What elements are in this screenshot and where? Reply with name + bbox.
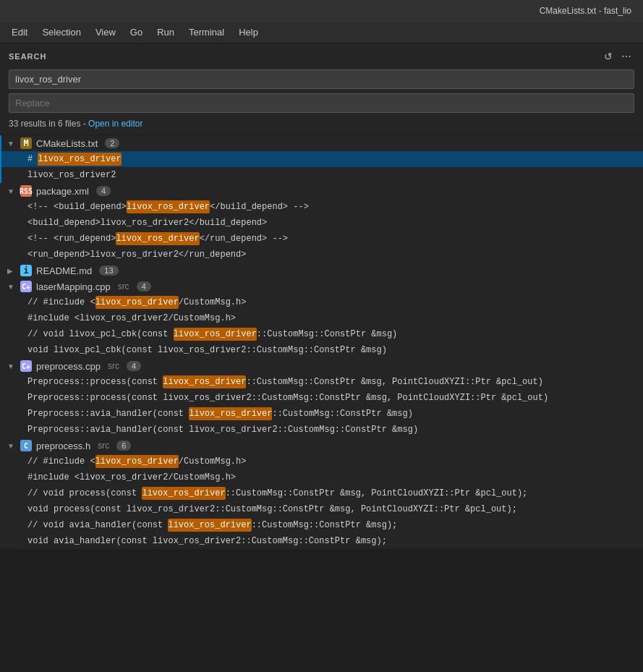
result-count-preprocess-h: 6 <box>116 441 131 451</box>
file-header-preprocess-cpp[interactable]: ▼C+preprocess.cppsrc4 <box>1 358 643 374</box>
file-path-lasermapping: src <box>118 281 129 292</box>
search-header: SEARCH ↺ ⋯ <box>9 49 634 64</box>
open-in-editor-link[interactable]: Open in editor <box>88 119 142 129</box>
result-count-package: 4 <box>96 186 111 196</box>
match-row[interactable]: // #include <livox_ros_driver/CustomMsg.… <box>1 294 643 310</box>
chevron-lasermapping: ▼ <box>7 283 16 291</box>
chevron-package: ▼ <box>7 187 16 195</box>
match-row[interactable]: <!-- <build_depend>livox_ros_driver</bui… <box>1 199 643 215</box>
file-header-cmake[interactable]: ▼MCMakeLists.txt2 <box>1 135 643 151</box>
match-text: livox_ros_driver2 <box>27 169 116 182</box>
file-group-lasermapping: ▼C+laserMapping.cppsrc4// #include <livo… <box>0 278 643 358</box>
title-bar: CMakeLists.txt - fast_lio <box>0 0 643 22</box>
match-row[interactable]: #include <livox_ros_driver2/CustomMsg.h> <box>1 469 643 485</box>
match-row[interactable]: // void livox_pcl_cbk(const livox_ros_dr… <box>1 326 643 342</box>
chevron-preprocess-cpp: ▼ <box>7 362 16 370</box>
more-options-button[interactable]: ⋯ <box>618 49 634 64</box>
match-text: ::CustomMsg::ConstPtr &msg, PointCloudXY… <box>246 375 542 388</box>
match-text: Preprocess::process(const <box>27 375 163 388</box>
match-text: </run_depend> --> <box>200 232 288 245</box>
search-panel: SEARCH ↺ ⋯ 33 results in 6 files - Open … <box>0 43 643 135</box>
match-text: #include <livox_ros_driver2/CustomMsg.h> <box>27 471 236 484</box>
refresh-results-button[interactable]: ↺ <box>601 49 616 64</box>
menu-view[interactable]: View <box>90 24 122 41</box>
match-highlight: livox_ros_driver <box>142 487 225 500</box>
match-row[interactable]: #include <livox_ros_driver2/CustomMsg.h> <box>1 310 643 326</box>
match-row[interactable]: void avia_handler(const livox_ros_driver… <box>1 533 643 549</box>
file-name-cmake: CMakeLists.txt <box>36 138 98 149</box>
match-row[interactable]: <build_depend>livox_ros_driver2</build_d… <box>1 215 643 231</box>
file-header-readme[interactable]: ▶iREADME.md13 <box>1 263 643 278</box>
match-highlight: livox_ros_driver <box>189 407 272 420</box>
chevron-readme: ▶ <box>7 267 16 275</box>
results-info: 33 results in 6 files - Open in editor <box>9 119 634 129</box>
match-row[interactable]: // #include <livox_ros_driver/CustomMsg.… <box>1 454 643 469</box>
match-text: <!-- <build_depend> <box>27 200 127 213</box>
match-highlight: livox_ros_driver <box>95 455 179 468</box>
menu-terminal[interactable]: Terminal <box>183 24 230 41</box>
match-text: ::CustomMsg::ConstPtr &msg) <box>272 407 412 420</box>
match-highlight: livox_ros_driver <box>116 232 199 245</box>
match-row[interactable]: // void avia_handler(const livox_ros_dri… <box>1 517 643 533</box>
match-text: // void livox_pcl_cbk(const <box>27 328 174 341</box>
file-icon-lasermapping: C+ <box>20 281 32 292</box>
replace-input[interactable] <box>9 93 634 113</box>
match-text: # <box>27 153 38 166</box>
match-highlight: livox_ros_driver <box>127 200 210 213</box>
search-input[interactable] <box>9 69 634 89</box>
match-text: <run_depend>livox_ros_driver2</run_depen… <box>27 248 246 261</box>
match-row[interactable]: Preprocess::avia_handler(const livox_ros… <box>1 422 643 438</box>
match-text: </build_depend> --> <box>210 200 309 213</box>
match-text: ::CustomMsg::ConstPtr &msg, PointCloudXY… <box>226 487 528 500</box>
match-row[interactable]: void livox_pcl_cbk(const livox_ros_drive… <box>1 342 643 358</box>
match-text: // #include < <box>27 455 95 468</box>
menu-edit[interactable]: Edit <box>6 24 33 41</box>
file-icon-preprocess-cpp: C+ <box>20 360 32 372</box>
file-header-lasermapping[interactable]: ▼C+laserMapping.cppsrc4 <box>1 278 643 294</box>
file-path-preprocess-h: src <box>98 441 109 451</box>
file-header-preprocess-h[interactable]: ▼Cpreprocess.hsrc6 <box>1 438 643 454</box>
match-text: void process(const livox_ros_driver2::Cu… <box>27 503 517 516</box>
match-highlight: livox_ros_driver <box>163 375 246 388</box>
match-row[interactable]: <run_depend>livox_ros_driver2</run_depen… <box>1 247 643 263</box>
match-row[interactable]: Preprocess::avia_handler(const livox_ros… <box>1 406 643 422</box>
match-text: ::CustomMsg::ConstPtr &msg) <box>257 328 397 341</box>
match-row[interactable]: Preprocess::process(const livox_ros_driv… <box>1 374 643 390</box>
search-actions: ↺ ⋯ <box>601 49 634 64</box>
menu-selection[interactable]: Selection <box>36 24 86 41</box>
search-input-container <box>9 69 634 89</box>
match-row[interactable]: livox_ros_driver2 <box>1 167 643 183</box>
match-row[interactable]: <!-- <run_depend>livox_ros_driver</run_d… <box>1 231 643 247</box>
file-group-package: ▼RSSpackage.xml4<!-- <build_depend>livox… <box>0 183 643 263</box>
file-path-preprocess-cpp: src <box>108 361 119 371</box>
match-text: <build_depend>livox_ros_driver2</build_d… <box>27 216 267 229</box>
menu-bar: Edit Selection View Go Run Terminal Help <box>0 22 643 43</box>
menu-help[interactable]: Help <box>233 24 264 41</box>
replace-input-container <box>9 93 634 113</box>
match-text: #include <livox_ros_driver2/CustomMsg.h> <box>27 312 236 325</box>
match-text: /CustomMsg.h> <box>179 455 247 468</box>
file-header-package[interactable]: ▼RSSpackage.xml4 <box>1 183 643 199</box>
chevron-preprocess-h: ▼ <box>7 442 16 450</box>
file-name-package: package.xml <box>36 186 89 197</box>
match-text: Preprocess::avia_handler(const <box>27 407 189 420</box>
result-count-preprocess-cpp: 4 <box>127 361 141 371</box>
file-icon-preprocess-h: C <box>20 440 32 451</box>
file-name-preprocess-h: preprocess.h <box>36 441 90 451</box>
results-count: 33 results in 6 files - <box>9 119 88 129</box>
match-highlight: livox_ros_driver <box>95 296 179 309</box>
menu-run[interactable]: Run <box>151 24 180 41</box>
file-icon-cmake: M <box>20 137 32 149</box>
match-row[interactable]: Preprocess::process(const livox_ros_driv… <box>1 390 643 406</box>
match-row[interactable]: void process(const livox_ros_driver2::Cu… <box>1 501 643 517</box>
match-row[interactable]: # livox_ros_driver <box>1 151 643 167</box>
file-group-preprocess-cpp: ▼C+preprocess.cppsrc4Preprocess::process… <box>0 358 643 438</box>
file-group-readme: ▶iREADME.md13 <box>0 263 643 278</box>
match-text: /CustomMsg.h> <box>179 296 247 309</box>
chevron-cmake: ▼ <box>7 140 16 148</box>
match-text: void avia_handler(const livox_ros_driver… <box>27 535 387 548</box>
match-text: Preprocess::avia_handler(const livox_ros… <box>27 423 418 436</box>
match-row[interactable]: // void process(const livox_ros_driver::… <box>1 485 643 501</box>
menu-go[interactable]: Go <box>124 24 148 41</box>
search-label: SEARCH <box>9 52 46 61</box>
